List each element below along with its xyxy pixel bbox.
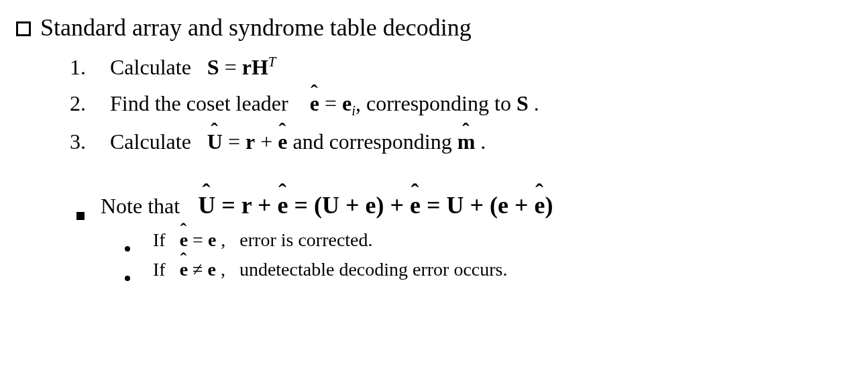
sym-e-hat: e	[278, 187, 288, 223]
dot-bullet-icon	[125, 276, 130, 281]
sym-e-hat: e	[310, 87, 319, 119]
sym-e: e	[208, 229, 216, 250]
sym-S: S	[207, 55, 219, 79]
sym-U: U	[447, 192, 464, 219]
dot-bullet-icon	[125, 246, 130, 252]
sym-r: r	[241, 192, 252, 219]
sym-e-hat: e	[278, 125, 287, 158]
sym-r: r	[246, 129, 255, 154]
sym-e: e	[207, 259, 215, 280]
step-3: 3. Calculate U = r + e and corresponding…	[70, 125, 852, 158]
case-2: If e ≠ e , undetectable decoding error o…	[125, 256, 852, 284]
case-2-text: If e ≠ e , undetectable decoding error o…	[153, 256, 508, 284]
sym-e: e	[498, 192, 508, 219]
step-1-text: Calculate S = rHT	[110, 51, 276, 83]
sym-e-hat: e	[410, 187, 421, 223]
case-list: If e = e , error is corrected. If e ≠ e …	[125, 226, 852, 284]
sym-ei: e	[342, 91, 351, 115]
step-3-text: Calculate U = r + e and corresponding m …	[110, 125, 486, 158]
step-number: 1.	[70, 51, 110, 83]
sym-H: H	[252, 55, 268, 79]
square-bullet-icon	[16, 21, 31, 36]
sym-e: e	[366, 192, 376, 219]
ordered-steps: 1. Calculate S = rHT 2. Find the coset l…	[70, 51, 852, 158]
step-1: 1. Calculate S = rHT	[70, 51, 852, 83]
step-2: 2. Find the coset leader e = ei, corresp…	[70, 87, 852, 121]
note-text: Note that U = r + e = (U + e) + e = U + …	[101, 187, 553, 223]
sup-T: T	[268, 54, 276, 69]
sym-e-hat: e	[535, 187, 545, 223]
case-1: If e = e , error is corrected.	[125, 226, 852, 254]
square-bullet-small-icon	[76, 212, 85, 220]
sym-m-hat: m	[457, 125, 476, 158]
step-number: 3.	[70, 125, 110, 158]
step-2-text: Find the coset leader e = ei, correspond…	[110, 87, 539, 121]
sym-r: r	[242, 55, 252, 79]
sym-S: S	[517, 91, 529, 115]
sym-U-hat: U	[198, 187, 215, 223]
sym-e-hat: e	[180, 256, 188, 284]
section-title: Standard array and syndrome table decodi…	[40, 9, 472, 46]
sym-U-hat: U	[207, 125, 223, 158]
sym-U: U	[322, 192, 339, 219]
note-line: Note that U = r + e = (U + e) + e = U + …	[76, 187, 852, 223]
step-number: 2.	[70, 87, 110, 119]
note-block: Note that U = r + e = (U + e) + e = U + …	[76, 187, 852, 284]
